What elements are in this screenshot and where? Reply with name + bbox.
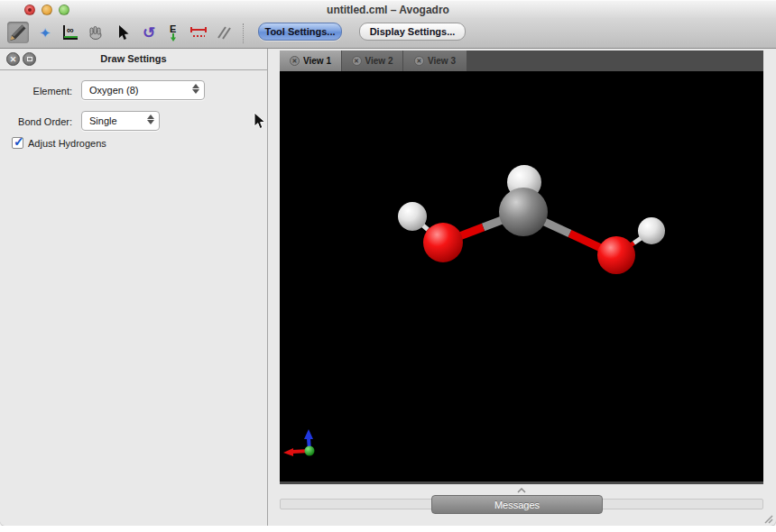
tool-align[interactable] [213, 22, 235, 43]
selection-arrow-icon [114, 23, 132, 41]
toolbar-separator [243, 23, 244, 43]
rotate-arrow-icon: ↺ [143, 25, 155, 41]
tool-draw[interactable] [7, 22, 29, 43]
checkmark-icon: ✓ [14, 134, 24, 149]
hand-icon [86, 23, 106, 42]
svg-text:E: E [170, 23, 176, 34]
title-bar[interactable]: untitled.cml – Avogadro [0, 0, 776, 18]
adjust-hydrogens-checkbox[interactable]: ✓ [12, 137, 23, 149]
tab-label: View 3 [428, 56, 456, 66]
tab-view-1[interactable]: ✕ View 1 [280, 50, 341, 71]
molecule-front-atoms [398, 188, 665, 274]
tool-bond-centric-manipulate[interactable]: ∞ [59, 22, 80, 43]
tab-view-2[interactable]: ✕ View 2 [342, 50, 402, 71]
mouse-cursor-icon [254, 112, 267, 131]
align-lines-icon [214, 23, 234, 42]
adjust-hydrogens-label: Adjust Hydrogens [28, 138, 106, 149]
navigate-star-icon: ✦ [40, 26, 51, 40]
tab-close-icon[interactable]: ✕ [290, 56, 300, 66]
splitter-handle-icon[interactable] [515, 488, 528, 493]
window-title: untitled.cml – Avogadro [0, 4, 776, 16]
molecule-render [280, 71, 763, 482]
tool-auto-optimize[interactable]: E [162, 22, 184, 43]
stepper-icon [146, 115, 154, 124]
app-window: untitled.cml – Avogadro ✦ ∞ [0, 0, 776, 526]
bond-order-dropdown[interactable]: Single [81, 111, 160, 131]
panel-header: ✕ Draw Settings [0, 49, 267, 70]
element-dropdown[interactable]: Oxygen (8) [81, 80, 205, 100]
bond-order-value: Single [89, 115, 117, 126]
svg-text:∞: ∞ [67, 24, 74, 35]
tool-manipulate[interactable] [85, 22, 106, 43]
pencil-icon [8, 23, 28, 42]
element-value: Oxygen (8) [89, 85, 138, 96]
bond-order-label: Bond Order: [0, 116, 72, 127]
toolbar: ✦ ∞ ↺ E [0, 18, 776, 49]
tool-measure[interactable] [188, 22, 209, 43]
tab-view-3[interactable]: ✕ View 3 [403, 50, 467, 71]
element-label: Element: [0, 86, 72, 96]
draw-settings-panel: ✕ Draw Settings Element: Oxygen (8) Bond… [0, 49, 268, 526]
messages-button[interactable]: Messages [431, 495, 603, 514]
panel-title: Draw Settings [0, 53, 267, 64]
stepper-icon [191, 84, 199, 94]
tool-select[interactable] [112, 22, 134, 43]
molecule-viewport[interactable] [280, 71, 763, 484]
adjust-hydrogens-row: ✓ Adjust Hydrogens [12, 137, 106, 149]
axis-indicator-icon [283, 429, 315, 456]
tab-label: View 2 [365, 56, 393, 66]
measure-ruler-icon [189, 23, 208, 42]
display-settings-button[interactable]: Display Settings... [359, 23, 466, 41]
resize-grip-icon[interactable] [762, 512, 774, 525]
bond-centric-chart-icon: ∞ [60, 23, 79, 42]
tool-navigate[interactable]: ✦ [34, 22, 56, 43]
tab-label: View 1 [303, 56, 331, 66]
tab-close-icon[interactable]: ✕ [414, 56, 424, 66]
tool-auto-rotate[interactable]: ↺ [138, 22, 160, 43]
tool-settings-button[interactable]: Tool Settings... [258, 23, 342, 41]
optimize-icon: E [163, 23, 183, 42]
view-tab-bar: ✕ View 1 ✕ View 2 ✕ View 3 [280, 50, 763, 71]
tab-close-icon[interactable]: ✕ [352, 56, 362, 66]
